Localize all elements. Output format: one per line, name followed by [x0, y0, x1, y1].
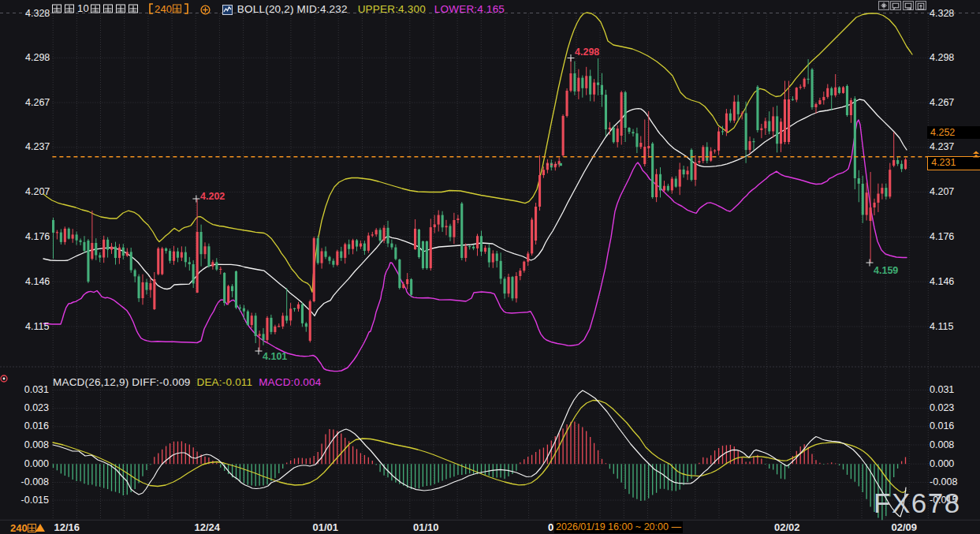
svg-text:4.298: 4.298 — [575, 47, 599, 58]
svg-text:10: 10 — [77, 3, 89, 14]
svg-text:240: 240 — [155, 3, 172, 14]
svg-text:4.159: 4.159 — [874, 265, 898, 276]
svg-text:4.101: 4.101 — [263, 351, 287, 362]
svg-text:4.202: 4.202 — [200, 191, 225, 202]
